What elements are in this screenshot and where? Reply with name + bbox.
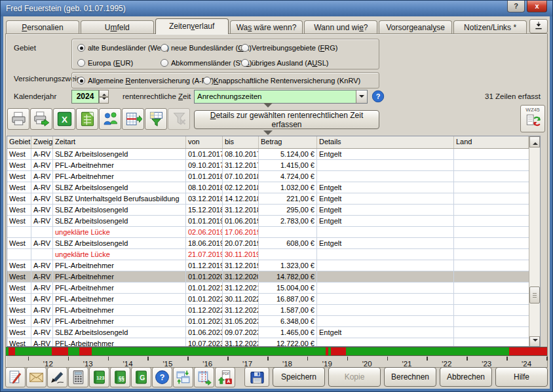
save-disk-button[interactable] [244, 367, 269, 387]
table-row[interactable]: WestA-RVPFL-Arbeitnehmer01.01.202230.11.… [7, 294, 540, 305]
cell-land [454, 193, 540, 205]
column-header-land[interactable]: Land [454, 136, 529, 148]
table-row[interactable]: WestA-RVPFL-Arbeitnehmer01.01.201807.10.… [7, 171, 540, 182]
radio-neue-bundeslander-ost[interactable]: neue Bundesländer (Ost) [161, 42, 241, 54]
speichern-button[interactable]: Speichern [273, 367, 325, 387]
combo-dropdown-button[interactable] [356, 90, 367, 103]
table-row[interactable]: WestA-RVSLBZ Arbeitslosengeld01.06.20230… [7, 327, 540, 338]
table-row[interactable]: WestA-RVPFL-Arbeitnehmer01.01.202331.05.… [7, 316, 540, 327]
table-row[interactable]: WestA-RVPFL-Arbeitnehmer01.12.201931.12.… [7, 260, 540, 271]
import-button[interactable] [529, 19, 548, 33]
rzeit-combobox[interactable]: Anrechnungszeiten [194, 90, 368, 104]
radio-alte-bundeslander-west[interactable]: alte Bundesländer (West) [77, 42, 161, 54]
radio-ubriges-ausland-ausl[interactable]: übriges Ausland (AUSL) [241, 57, 328, 69]
table-row[interactable]: WestA-RVPFL-Arbeitnehmer01.01.202031.12.… [7, 271, 540, 283]
signature-button[interactable] [47, 367, 67, 387]
cell-details [317, 294, 454, 305]
column-header-zeitart[interactable]: Zeitart [53, 136, 186, 148]
tab-zeitenverlauf[interactable]: Zeitenverlauf [155, 18, 229, 34]
cell-von: 15.12.2018 [186, 205, 223, 216]
table-row[interactable]: WestA-RVSLBZ Arbeitslosengeld15.12.20183… [7, 205, 540, 216]
berechnen-button[interactable]: Berechnen [384, 367, 436, 387]
close-button[interactable]: x [527, 1, 547, 12]
persons-button[interactable] [99, 108, 121, 130]
details-button[interactable]: Details zur gewählten rentenrechtlichen … [194, 110, 379, 129]
print-export-button[interactable] [30, 108, 52, 130]
wz45-doc-icon [524, 113, 541, 130]
radio-allgemeine-rentenversicherung-a-rv[interactable]: Allgemeine Rentenversicherung (A-RV) [77, 75, 203, 87]
column-header-betrag[interactable]: Betrag [259, 136, 317, 148]
report-button[interactable] [76, 108, 98, 130]
table-export-button[interactable] [122, 108, 144, 130]
radio-circle-icon [241, 59, 249, 67]
table-filter-button[interactable] [145, 108, 167, 130]
kalenderjahr-value[interactable]: 2024 [71, 90, 99, 104]
title-bar[interactable]: Fred Feuerstein (geb. 01.07.1995) ? x [1, 1, 552, 16]
radio-knappschaftliche-rentenversicherung-knrv[interactable]: Knappschaftliche Rentenversicherung (KnR… [203, 75, 360, 87]
titlebar-help-button[interactable]: ? [507, 1, 525, 12]
tab-vorsorgeanalyse[interactable]: Vorsorgeanalyse [379, 20, 452, 34]
spinner-up-button[interactable] [99, 90, 109, 97]
scrollbar-track[interactable] [529, 147, 540, 336]
print-button[interactable] [7, 108, 29, 130]
tab-umfeld[interactable]: Umfeld [81, 20, 154, 34]
scroll-up-button[interactable] [529, 136, 540, 147]
cell-details: Entgelt [317, 238, 454, 249]
scrollbar-thumb[interactable] [529, 286, 540, 304]
cell-von: 03.12.2018 [186, 193, 223, 205]
book-g-button[interactable]: G [131, 367, 151, 387]
table-row[interactable]: WestA-RVPFL-Arbeitnehmer01.12.202231.12.… [7, 305, 540, 316]
column-header-von[interactable]: von [186, 136, 223, 148]
drv-form-button[interactable] [5, 367, 26, 387]
table-row[interactable]: WestA-RVPFL-Arbeitnehmer10.07.202331.12.… [7, 338, 540, 346]
hilfe-button[interactable]: Hilfe [495, 367, 548, 387]
cell-details: Entgelt [317, 193, 454, 205]
rzeit-help-button[interactable]: ? [370, 89, 385, 104]
table-row[interactable]: WestA-RVSLBZ Arbeitslosengeld18.06.20192… [7, 238, 540, 249]
radio-label: alte Bundesländer (West) [88, 44, 169, 52]
cell-gebiet: West [7, 260, 31, 271]
window-swap-button[interactable] [173, 367, 193, 387]
radio-europa-eur[interactable]: Europa (EUR) [77, 57, 161, 69]
envelope-button[interactable] [26, 367, 47, 387]
column-header-zweig[interactable]: Zweig [31, 136, 53, 148]
help-circle-button[interactable]: ? [152, 367, 172, 387]
tab-wann-und-wie[interactable]: Wann und wie? [304, 20, 377, 34]
radio-vertreibungsgebiete-frg[interactable]: Vertreibungsgebiete (FRG) [241, 42, 337, 54]
wz45-button[interactable]: WZ45 [520, 105, 545, 132]
book-paragraphs-button[interactable]: §§ [110, 367, 130, 387]
table-row[interactable]: ungeklärte Lücke02.06.201917.06.2019 [7, 227, 540, 238]
excel-button[interactable]: X [53, 108, 75, 130]
table-row[interactable]: WestA-RVPFL-Arbeitnehmer01.01.202131.12.… [7, 283, 540, 294]
pdf-export-button[interactable]: PDFA [215, 367, 235, 387]
scroll-down-button[interactable] [529, 336, 540, 347]
window-export-icon [196, 369, 212, 385]
tab-notizen-links[interactable]: Notizen/Links * [453, 20, 527, 34]
table-row[interactable]: ungeklärte Lücke21.07.201930.11.2019 [7, 249, 540, 260]
cell-zweig: A-RV [31, 238, 53, 249]
spinner-down-button[interactable] [99, 97, 109, 104]
vertical-scrollbar[interactable] [529, 136, 540, 347]
cell-zweig: A-RV [31, 160, 53, 171]
abbrechen-button[interactable]: Abbrechen [440, 367, 492, 387]
window-export-button[interactable] [194, 367, 214, 387]
book-123-button[interactable]: 123 [89, 367, 109, 387]
column-header-bis[interactable]: bis [223, 136, 259, 148]
column-header-gebiet[interactable]: Gebiet [7, 136, 31, 148]
kalenderjahr-spinner[interactable]: 2024 [71, 90, 109, 104]
table-row[interactable]: WestA-RVPFL-Arbeitnehmer09.10.201731.12.… [7, 160, 540, 171]
calculator-button[interactable] [68, 367, 88, 387]
cell-land [454, 205, 540, 216]
table-row[interactable]: WestA-RVSLBZ Unterhaltsgeld Berufsausbil… [7, 193, 540, 205]
cell-details [317, 249, 454, 260]
table-row[interactable]: WestA-RVSLBZ Arbeitslosengeld01.01.20170… [7, 149, 540, 160]
column-header-details[interactable]: Details [317, 136, 454, 148]
cell-gebiet: West [7, 193, 31, 205]
cell-gebiet: West [7, 238, 31, 249]
rows-count-status: 31 Zeilen erfasst [485, 92, 541, 100]
tab-personalien[interactable]: Personalien [6, 20, 79, 34]
tab-was-ware-wenn[interactable]: Was wäre wenn? [230, 20, 303, 34]
radio-abkommenslander-sva[interactable]: Abkommensländer (SVA) [161, 57, 241, 69]
table-row[interactable]: WestA-RVSLBZ Arbeitslosengeld08.10.20180… [7, 182, 540, 193]
table-row[interactable]: WestA-RVSLBZ Arbeitslosengeld01.01.20190… [7, 216, 540, 227]
